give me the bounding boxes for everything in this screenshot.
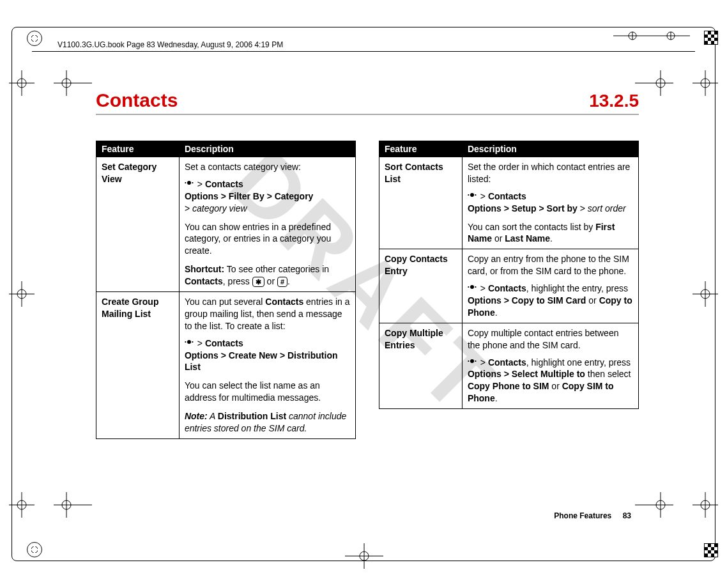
feature-description: Set the order in which contact entries a…: [462, 157, 638, 249]
nav-key-icon: [185, 182, 194, 188]
nav-key-icon: [185, 341, 194, 347]
registration-mark: [27, 31, 42, 46]
menu-item: Contacts: [185, 276, 223, 286]
menu-sep: >: [578, 203, 588, 213]
menu-path: > Contacts, highlight the entry, press O…: [468, 282, 633, 319]
feature-name: Create Group Mailing List: [96, 292, 180, 439]
crop-ornament: [635, 70, 673, 96]
shortcut-line: Shortcut: To see other categories in Con…: [185, 263, 350, 288]
desc-text: , highlight one entry, press: [526, 357, 631, 368]
desc-intro: You can put several Contacts entries in …: [185, 296, 350, 332]
desc-body: You can sort the contacts list by First …: [468, 221, 633, 245]
crop-ornament: [54, 70, 92, 96]
menu-item: Contacts: [488, 283, 526, 293]
menu-item: Contacts: [205, 179, 243, 189]
nav-key-icon: [468, 286, 477, 292]
header-connector: [613, 29, 716, 52]
desc-text: or: [549, 381, 562, 391]
menu-item: Contacts: [488, 191, 526, 201]
table-row: Create Group Mailing List You can put se…: [96, 292, 356, 439]
desc-text: .: [495, 393, 498, 403]
col-header-feature: Feature: [96, 141, 180, 157]
feature-name: Copy Contacts Entry: [379, 249, 463, 323]
table-row: Set Category View Set a contacts categor…: [96, 157, 356, 292]
feature-name: Sort Contacts List: [379, 157, 463, 249]
menu-sep: >: [185, 203, 192, 213]
shortcut-label: Shortcut:: [185, 264, 224, 274]
crop-ornament: [9, 492, 34, 518]
desc-text: or: [586, 295, 599, 306]
feature-name: Set Category View: [96, 157, 180, 292]
desc-text: then select: [585, 369, 631, 379]
menu-item: Contacts: [488, 357, 526, 368]
left-column: Feature Description Set Category View Se…: [96, 141, 356, 439]
desc-body: You can select the list name as an addre…: [185, 380, 350, 404]
menu-var: category view: [192, 203, 247, 213]
desc-text: .: [495, 307, 498, 318]
menu-item: Options > Filter By > Category: [185, 191, 314, 201]
right-column: Feature Description Sort Contacts List S…: [379, 141, 639, 439]
crop-ornament: [9, 281, 34, 307]
feature-description: Copy an entry from the phone to the SIM …: [462, 249, 638, 323]
keycap-hash: #: [277, 277, 287, 287]
feature-description: You can put several Contacts entries in …: [179, 292, 355, 439]
menu-path: > Contacts Options > Setup > Sort by > s…: [468, 190, 633, 215]
note-label: Note:: [185, 411, 208, 421]
feature-description: Set a contacts category view: > Contacts…: [179, 157, 355, 292]
menu-item: Options > Select Multiple to: [468, 369, 585, 379]
menu-item: Options > Copy to SIM Card: [468, 295, 586, 306]
table-row: Sort Contacts List Set the order in whic…: [379, 157, 639, 249]
crop-ornament: [9, 70, 34, 96]
feature-table-right: Feature Description Sort Contacts List S…: [379, 141, 639, 409]
menu-item: Contacts: [265, 297, 303, 307]
footer-label: Phone Features: [554, 511, 611, 520]
desc-text: , press: [223, 276, 252, 286]
desc-text: or: [264, 276, 277, 286]
nav-key-icon: [468, 194, 477, 200]
feature-table-left: Feature Description Set Category View Se…: [96, 141, 356, 439]
nav-key-icon: [468, 360, 477, 366]
col-header-description: Description: [179, 141, 355, 157]
desc-intro: Set the order in which contact entries a…: [468, 161, 633, 185]
menu-path: > Contacts, highlight one entry, press O…: [468, 357, 633, 405]
desc-text: To see other categories in: [224, 264, 329, 274]
feature-name: Copy Multiple Entries: [379, 323, 463, 408]
desc-text: You can sort the contacts list by: [468, 222, 595, 232]
menu-item: Options > Create New > Distribution List: [185, 350, 338, 373]
menu-var: sort order: [588, 203, 626, 213]
desc-text: , highlight the entry, press: [526, 283, 628, 293]
page-footer: Phone Features 83: [554, 511, 631, 520]
menu-item: Options > Setup > Sort by: [468, 203, 578, 213]
desc-text: .: [287, 276, 290, 286]
header-rule: [32, 51, 695, 52]
crop-ornament: [693, 281, 718, 307]
desc-text: You can put several: [185, 297, 265, 307]
crop-ornament: [345, 543, 383, 569]
col-header-feature: Feature: [379, 141, 463, 157]
desc-intro: Copy an entry from the phone to the SIM …: [468, 253, 633, 277]
menu-item: Contacts: [205, 338, 243, 348]
col-header-description: Description: [462, 141, 638, 157]
desc-intro: Copy multiple contact entries between th…: [468, 327, 633, 352]
crop-ornament: [693, 70, 718, 96]
page-title: Contacts: [96, 89, 178, 111]
section-number: 13.2.5: [589, 91, 639, 111]
menu-item: Copy Phone to SIM: [468, 381, 549, 391]
crop-ornament: [635, 492, 673, 518]
registration-mark: [704, 543, 718, 557]
registration-mark: [27, 542, 42, 557]
page-content: Contacts 13.2.5 Feature Description Set …: [96, 89, 639, 439]
desc-text: A: [208, 411, 218, 421]
book-header: V1100.3G.UG.book Page 83 Wednesday, Augu…: [57, 40, 670, 49]
menu-path: > Contacts Options > Create New > Distri…: [185, 337, 350, 374]
table-row: Copy Contacts Entry Copy an entry from t…: [379, 249, 639, 323]
crop-ornament: [54, 492, 92, 518]
menu-item: Distribution List: [218, 411, 286, 421]
crop-ornament: [693, 492, 718, 518]
desc-body: You can show entries in a predefined cat…: [185, 221, 350, 258]
desc-intro: Set a contacts category view:: [185, 161, 350, 173]
desc-text: or: [492, 233, 505, 244]
menu-path: > Contacts Options > Filter By > Categor…: [185, 178, 350, 215]
title-row: Contacts 13.2.5: [96, 89, 639, 115]
feature-description: Copy multiple contact entries between th…: [462, 323, 638, 408]
